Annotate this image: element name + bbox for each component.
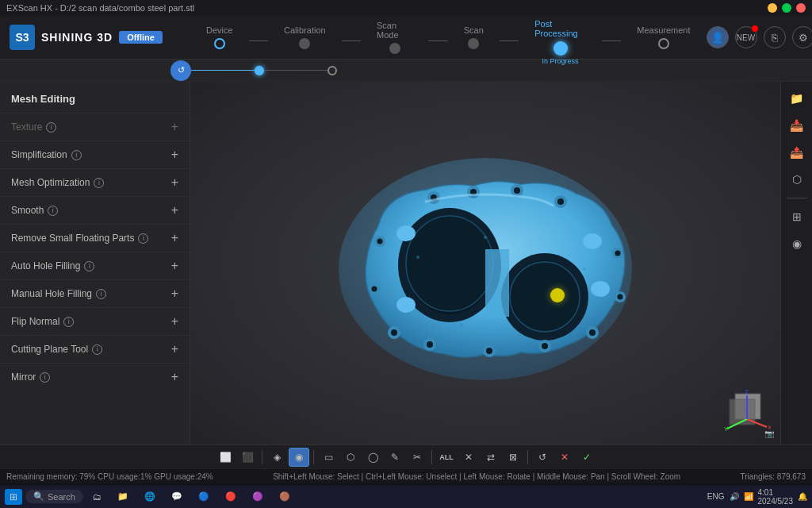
nav-step-measurement[interactable]: Measurement bbox=[621, 25, 706, 49]
taskbar-app-3[interactable]: 🌐 bbox=[138, 490, 162, 503]
news-icon-btn[interactable]: NEW bbox=[735, 26, 757, 48]
sidebar-item-label-mirror: Mirror i bbox=[11, 371, 50, 383]
taskbar-app-2[interactable]: 📁 bbox=[111, 490, 135, 503]
nav-step-scan-mode[interactable]: Scan Mode bbox=[361, 21, 428, 54]
open-file-btn[interactable]: 📁 bbox=[785, 87, 809, 110]
close-btn[interactable] bbox=[796, 3, 806, 13]
taskbar-app-4[interactable]: 💬 bbox=[165, 490, 189, 503]
nav-step-post[interactable]: Post Processing In Progress bbox=[519, 19, 602, 56]
camera-icon[interactable]: 📷 bbox=[764, 429, 774, 438]
progress-row: ↺ bbox=[0, 60, 812, 82]
status-bar: Remaining memory: 79% CPU usage:1% GPU u… bbox=[0, 468, 812, 484]
search-label: Search bbox=[48, 492, 75, 502]
expand-icon-cutting-plane: + bbox=[171, 342, 178, 356]
sidebar-item-label-texture: Texture i bbox=[11, 121, 56, 133]
clock-time: 4:01 bbox=[758, 488, 794, 497]
info-icon-texture: i bbox=[46, 122, 56, 133]
toolbar-invert-btn[interactable]: ⇄ bbox=[481, 448, 501, 467]
view-grid-btn[interactable]: ⊞ bbox=[785, 205, 809, 229]
sidebar-item-mirror[interactable]: Mirror i + bbox=[0, 363, 190, 391]
viewport[interactable]: X Y Z 📷 bbox=[190, 82, 780, 444]
info-icon-remove-small: i bbox=[138, 233, 148, 244]
header-icons: 👤 NEW ⎘ ⚙ ? bbox=[707, 26, 812, 48]
offline-badge: Offline bbox=[119, 31, 163, 44]
toolbar-deselect-btn[interactable]: ✕ bbox=[458, 448, 479, 467]
nav-step-scan[interactable]: Scan bbox=[448, 25, 500, 49]
info-icon-mesh-opt: i bbox=[94, 178, 104, 188]
step-dot-device bbox=[214, 38, 225, 49]
logo-icon: S3 bbox=[10, 25, 35, 50]
expand-icon-simplification: + bbox=[171, 148, 178, 162]
toolbar-select-circle-btn[interactable]: ◯ bbox=[362, 448, 383, 467]
sidebar-item-simplification[interactable]: Simplification i + bbox=[0, 140, 190, 168]
sidebar-item-flip-normal[interactable]: Flip Normal i + bbox=[0, 307, 190, 335]
toolbar-paste-btn[interactable]: ⬛ bbox=[237, 448, 258, 467]
tb-sep-1 bbox=[262, 450, 262, 464]
settings-icon-btn[interactable]: ⚙ bbox=[792, 26, 812, 48]
sidebar-item-manual-hole[interactable]: Manual Hole Filling i + bbox=[0, 279, 190, 307]
taskbar-notification[interactable]: 🔔 bbox=[798, 492, 807, 501]
sidebar-item-cutting-plane[interactable]: Cutting Plane Tool i + bbox=[0, 335, 190, 363]
progress-dot-hollow bbox=[327, 66, 337, 75]
taskbar: ⊞ 🔍 Search 🗂 📁 🌐 💬 🔵 🔴 🟣 🟤 ENG 🔊 📶 4:01 … bbox=[0, 484, 812, 508]
toolbar-copy-btn[interactable]: ⬜ bbox=[215, 448, 236, 467]
minimize-btn[interactable] bbox=[768, 3, 777, 13]
title-text: EXScan HX - D:/2 scan data/combo steel p… bbox=[6, 3, 194, 13]
toolbar-points-btn[interactable]: ◉ bbox=[289, 448, 309, 467]
svg-point-34 bbox=[396, 225, 416, 241]
sidebar-item-auto-hole[interactable]: Auto Hole Filling i + bbox=[0, 252, 190, 279]
sidebar-item-label-mesh-opt: Mesh Optimization i bbox=[11, 177, 104, 188]
toolbar-delete-btn[interactable]: ⊠ bbox=[503, 448, 523, 467]
toolbar-select-poly-btn[interactable]: ⬡ bbox=[340, 448, 361, 467]
import-btn[interactable]: 📥 bbox=[785, 114, 809, 137]
svg-point-23 bbox=[618, 294, 623, 299]
taskbar-network-icon[interactable]: 📶 bbox=[744, 492, 753, 501]
top-header: S3 SHINING 3D Offline Device Calibration… bbox=[0, 16, 812, 60]
taskbar-right: ENG 🔊 📶 4:01 2024/5/23 🔔 bbox=[707, 488, 807, 506]
nav-step-calibration[interactable]: Calibration bbox=[268, 25, 342, 49]
triangles-count: Triangles: 879,673 bbox=[741, 472, 806, 481]
svg-point-39 bbox=[583, 267, 586, 271]
sidebar-item-remove-small[interactable]: Remove Small Floating Parts i + bbox=[0, 224, 190, 252]
sidebar-item-label-simplification: Simplification i bbox=[11, 149, 82, 160]
toolbar-confirm-btn[interactable]: ✓ bbox=[576, 448, 597, 467]
toolbar-layers-btn[interactable]: ◈ bbox=[266, 448, 287, 467]
svg-point-31 bbox=[542, 343, 548, 349]
mesh-btn[interactable]: ⬡ bbox=[785, 167, 809, 191]
taskbar-app-1[interactable]: 🗂 bbox=[86, 491, 108, 503]
tb-sep-4 bbox=[527, 450, 528, 464]
svg-point-6 bbox=[510, 262, 580, 332]
step-line-1 bbox=[249, 40, 268, 41]
maximize-btn[interactable] bbox=[782, 3, 791, 13]
axis-indicator: X Y Z bbox=[723, 387, 771, 435]
start-icon: ⊞ bbox=[10, 491, 17, 502]
view-solid-btn[interactable]: ◉ bbox=[785, 232, 809, 256]
svg-point-15 bbox=[557, 198, 564, 205]
taskbar-app-7[interactable]: 🟣 bbox=[246, 490, 270, 503]
info-icon-mirror: i bbox=[40, 372, 50, 383]
share-icon-btn[interactable]: ⎘ bbox=[764, 26, 786, 48]
start-button[interactable]: ⊞ bbox=[5, 489, 22, 505]
sidebar-item-texture[interactable]: Texture i + bbox=[0, 113, 190, 140]
export-btn[interactable]: 📤 bbox=[785, 140, 809, 164]
user-icon-btn[interactable]: 👤 bbox=[707, 26, 729, 48]
toolbar-cancel-btn[interactable]: ✕ bbox=[554, 448, 575, 467]
nav-steps: Device Calibration Scan Mode Scan Post P… bbox=[190, 19, 707, 56]
toolbar-draw-btn[interactable]: ✎ bbox=[385, 448, 405, 467]
taskbar-app-5[interactable]: 🔵 bbox=[192, 490, 216, 503]
svg-point-36 bbox=[583, 233, 602, 249]
toolbar-cut-btn[interactable]: ✂ bbox=[407, 448, 427, 467]
taskbar-app-6[interactable]: 🔴 bbox=[219, 490, 243, 503]
taskbar-search[interactable]: 🔍 Search bbox=[25, 490, 83, 503]
toolbar-select-rect-btn[interactable]: ▭ bbox=[318, 448, 339, 467]
sidebar-item-smooth[interactable]: Smooth i + bbox=[0, 196, 190, 224]
toolbar-undo-btn[interactable]: ↺ bbox=[532, 448, 553, 467]
sidebar-item-mesh-opt[interactable]: Mesh Optimization i + bbox=[0, 168, 190, 196]
tb-sep-2 bbox=[313, 450, 314, 464]
taskbar-sound-icon[interactable]: 🔊 bbox=[730, 492, 739, 501]
nav-step-device[interactable]: Device bbox=[190, 25, 249, 49]
toolbar-select-all-btn[interactable]: ALL bbox=[436, 448, 457, 467]
taskbar-app-8[interactable]: 🟤 bbox=[273, 490, 297, 503]
expand-icon-remove-small: + bbox=[171, 231, 178, 245]
expand-icon-mirror: + bbox=[171, 370, 178, 384]
